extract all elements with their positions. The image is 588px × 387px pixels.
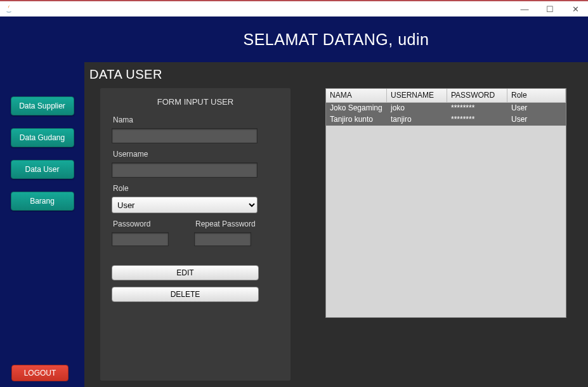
- repeat-password-input[interactable]: [194, 232, 251, 246]
- sidebar: Data Supplier Data Gudang Data User Bara…: [0, 16, 84, 387]
- logout-button[interactable]: LOGOUT: [11, 365, 69, 381]
- edit-button[interactable]: EDIT: [112, 265, 259, 280]
- maximize-button[interactable]: ☐: [537, 1, 563, 17]
- col-role[interactable]: Role: [507, 89, 566, 103]
- form-input-user: FORM INPUT USER Nama Username Role User …: [100, 88, 291, 381]
- username-input[interactable]: [112, 162, 258, 178]
- table-row[interactable]: Tanjiro kunto tanjiro ******** User: [326, 114, 566, 126]
- table-row[interactable]: Joko Segaming joko ******** User: [326, 103, 566, 114]
- role-label: Role: [113, 184, 279, 193]
- table-header: NAMA USERNAME PASSWORD Role: [326, 89, 566, 103]
- table-body: Joko Segaming joko ******** User Tanjiro…: [326, 103, 566, 317]
- username-label: Username: [113, 150, 279, 159]
- col-password[interactable]: PASSWORD: [447, 89, 507, 103]
- col-nama[interactable]: NAMA: [326, 89, 387, 103]
- role-select[interactable]: User: [112, 197, 258, 213]
- nav-barang[interactable]: Barang: [11, 192, 74, 211]
- repeat-password-label: Repeat Password: [195, 220, 256, 228]
- welcome-header: SELAMAT DATANG, udin: [84, 16, 588, 62]
- user-table[interactable]: NAMA USERNAME PASSWORD Role Joko Segamin…: [325, 88, 566, 318]
- cell-password: ********: [447, 114, 507, 126]
- nav-data-user[interactable]: Data User: [11, 160, 74, 179]
- cell-nama: Tanjiro kunto: [326, 114, 387, 126]
- cell-role: User: [507, 114, 566, 126]
- cell-nama: Joko Segaming: [326, 103, 387, 114]
- cell-username: joko: [387, 103, 447, 114]
- page-title: DATA USER: [84, 62, 588, 84]
- form-title: FORM INPUT USER: [112, 97, 279, 107]
- password-label: Passoword: [113, 220, 169, 228]
- window-controls: — ☐ ✕: [512, 1, 588, 17]
- close-button[interactable]: ✕: [563, 1, 588, 17]
- cell-password: ********: [447, 103, 507, 114]
- nama-label: Nama: [113, 115, 279, 124]
- nav-data-supplier[interactable]: Data Supplier: [11, 96, 74, 115]
- cell-role: User: [507, 103, 566, 114]
- delete-button[interactable]: DELETE: [112, 287, 259, 302]
- minimize-button[interactable]: —: [512, 1, 537, 17]
- window-titlebar: — ☐ ✕: [0, 0, 588, 16]
- cell-username: tanjiro: [387, 114, 447, 126]
- nav-data-gudang[interactable]: Data Gudang: [11, 128, 74, 147]
- col-username[interactable]: USERNAME: [387, 89, 447, 103]
- main: SELAMAT DATANG, udin DATA USER FORM INPU…: [84, 16, 588, 387]
- nama-input[interactable]: [112, 128, 258, 143]
- java-icon: [4, 4, 14, 14]
- password-input[interactable]: [112, 232, 169, 246]
